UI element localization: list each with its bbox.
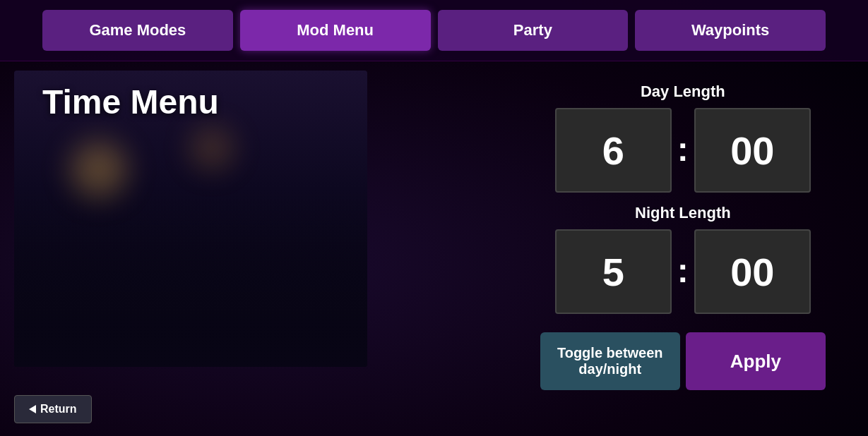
bottom-buttons: Toggle between day/night Apply — [540, 332, 826, 390]
night-minutes-input[interactable]: 00 — [694, 229, 811, 314]
apply-button[interactable]: Apply — [686, 332, 826, 390]
tab-mod-menu[interactable]: Mod Menu — [240, 10, 431, 51]
main-area: Time Menu Day Length 6 : 00 Night Length… — [0, 61, 868, 434]
return-label: Return — [40, 403, 77, 416]
main-content-layer: Game Modes Mod Menu Party Waypoints Time… — [0, 0, 868, 436]
night-length-label: Night Length — [635, 204, 731, 222]
day-hours-input[interactable]: 6 — [555, 108, 672, 193]
page-title: Time Menu — [42, 83, 540, 121]
day-length-label: Day Length — [641, 83, 725, 101]
tab-party[interactable]: Party — [438, 10, 629, 51]
day-colon: : — [672, 130, 694, 169]
night-hours-input[interactable]: 5 — [555, 229, 672, 314]
tab-waypoints[interactable]: Waypoints — [635, 10, 826, 51]
chevron-left-icon — [29, 405, 36, 413]
night-length-row: 5 : 00 — [555, 229, 811, 314]
day-minutes-input[interactable]: 00 — [694, 108, 811, 193]
nav-tabs: Game Modes Mod Menu Party Waypoints — [0, 0, 868, 61]
night-colon: : — [672, 251, 694, 290]
right-panel: Day Length 6 : 00 Night Length 5 : 00 To… — [540, 83, 826, 390]
night-length-section: Night Length 5 : 00 — [540, 204, 826, 314]
tab-game-modes[interactable]: Game Modes — [42, 10, 233, 51]
toggle-day-night-button[interactable]: Toggle between day/night — [540, 332, 680, 390]
day-length-row: 6 : 00 — [555, 108, 811, 193]
day-length-section: Day Length 6 : 00 — [540, 83, 826, 193]
return-button[interactable]: Return — [14, 395, 92, 423]
left-panel: Time Menu — [42, 83, 540, 121]
